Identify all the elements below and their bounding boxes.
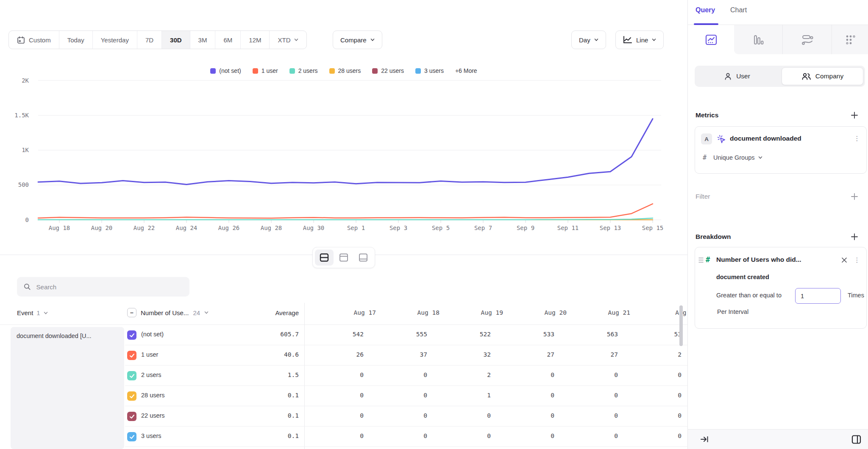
series-count: 24 <box>193 309 200 316</box>
series-checkbox[interactable] <box>127 391 136 401</box>
series-checkbox[interactable] <box>127 351 136 360</box>
close-icon[interactable] <box>840 256 849 264</box>
series-checkbox[interactable] <box>127 330 136 340</box>
range-button-today[interactable]: Today <box>59 31 93 49</box>
drag-handle-icon[interactable] <box>698 257 704 263</box>
line-chart-icon <box>623 36 632 44</box>
series-value: 26 <box>324 351 388 358</box>
breakdown-per-interval-label[interactable]: Per Interval <box>717 308 748 315</box>
series-label[interactable]: 2 users <box>141 371 161 378</box>
chart-type-dropdown[interactable]: Line <box>615 30 664 49</box>
add-metric-button[interactable] <box>849 110 860 120</box>
plus-icon <box>851 111 858 119</box>
series-value: 37 <box>388 351 451 358</box>
range-button-3m[interactable]: 3M <box>190 31 216 49</box>
series-checkbox[interactable] <box>127 432 136 441</box>
breakdown-card[interactable]: # Number of Users who did... ⋮ document … <box>695 247 867 329</box>
breakdown-kebab-menu-icon[interactable]: ⋮ <box>853 255 861 265</box>
legend-more[interactable]: +6 More <box>455 67 477 74</box>
legend-item[interactable]: 3 users <box>415 67 444 74</box>
series-value: 563 <box>579 331 642 338</box>
breakdown-title[interactable]: Number of Users who did... <box>716 256 801 263</box>
series-label[interactable]: (not set) <box>141 331 164 338</box>
toggle-user[interactable]: User <box>695 66 779 87</box>
metric-title[interactable]: document downloaded <box>730 135 801 142</box>
breakdown-value-input[interactable] <box>795 288 841 304</box>
series-label[interactable]: 1 user <box>141 351 158 358</box>
event-column-header[interactable]: Event 1 <box>17 309 48 316</box>
layout-chart-only-icon[interactable] <box>334 249 353 266</box>
range-button-12m[interactable]: 12M <box>241 31 270 49</box>
series-value: 0 <box>642 371 687 378</box>
series-label[interactable]: 3 users <box>141 432 161 439</box>
series-label[interactable]: 28 users <box>141 392 165 399</box>
legend-item[interactable]: 28 users <box>329 67 361 74</box>
add-breakdown-button[interactable] <box>849 232 860 242</box>
tab-bar-chart-icon[interactable] <box>734 25 782 54</box>
collapse-panel-icon[interactable] <box>700 435 709 444</box>
svg-text:Sep 7: Sep 7 <box>474 224 492 231</box>
series-value: 0 <box>515 371 579 378</box>
series-average: 0.1 <box>235 392 299 399</box>
select-all-checkbox[interactable]: – <box>127 308 136 317</box>
average-column-header: Average <box>235 309 299 316</box>
table-row: 1 user40.626373227272 <box>125 345 687 366</box>
metric-card[interactable]: A document downloaded ⋮ # Unique Groups <box>695 126 867 174</box>
svg-text:Aug 22: Aug 22 <box>134 224 155 231</box>
layout-split-view-icon[interactable] <box>315 249 334 266</box>
add-filter-button[interactable] <box>849 191 860 202</box>
panel-right-icon[interactable] <box>851 434 862 445</box>
series-checkbox[interactable] <box>127 371 136 380</box>
breakdown-heading: Breakdown <box>696 233 731 241</box>
range-button-7d[interactable]: 7D <box>137 31 162 49</box>
legend-label: 2 users <box>298 67 318 74</box>
series-value: 0 <box>642 412 687 419</box>
metric-letter-badge: A <box>701 133 712 144</box>
series-average: 0.1 <box>235 412 299 419</box>
measure-dropdown[interactable]: Unique Groups <box>713 154 762 161</box>
legend-swatch <box>289 68 295 74</box>
breakdown-event-name[interactable]: document created <box>716 274 769 280</box>
series-value: 0 <box>388 432 451 439</box>
table-search[interactable] <box>17 277 189 297</box>
plus-icon <box>851 233 858 241</box>
range-button-xtd[interactable]: XTD <box>270 31 306 49</box>
tab-query[interactable]: Query <box>696 6 715 14</box>
table-row: 28 users0.1001000 <box>125 386 687 406</box>
series-value: 27 <box>579 351 642 358</box>
interval-dropdown[interactable]: Day <box>571 30 606 49</box>
search-input[interactable] <box>36 283 183 291</box>
series-checkbox[interactable] <box>127 412 136 421</box>
event-group-cell[interactable]: document downloaded [U... <box>11 327 124 449</box>
range-button-30d[interactable]: 30D <box>162 31 190 49</box>
layout-table-only-icon[interactable] <box>354 249 373 266</box>
legend-item[interactable]: 22 users <box>372 67 404 74</box>
legend-item[interactable]: (not set) <box>210 67 241 74</box>
tab-chart[interactable]: Chart <box>730 6 747 14</box>
range-button-custom[interactable]: Custom <box>9 31 59 49</box>
tab-journeys-icon[interactable] <box>782 25 832 54</box>
breakdown-condition-label[interactable]: Greater than or equal to <box>716 292 782 299</box>
person-icon <box>724 72 732 80</box>
table-scrollbar[interactable] <box>679 305 683 346</box>
date-column-header: Aug 17 <box>324 309 388 316</box>
range-label: Yesterday <box>101 36 129 44</box>
range-button-6m[interactable]: 6M <box>215 31 241 49</box>
series-value: 0 <box>515 392 579 399</box>
metric-kebab-menu-icon[interactable]: ⋮ <box>853 133 861 144</box>
toggle-company[interactable]: Company <box>782 67 863 85</box>
series-value: 2 <box>451 371 515 378</box>
legend-label: 28 users <box>338 67 361 74</box>
toggle-company-label: Company <box>815 72 843 80</box>
compare-button[interactable]: Compare <box>333 30 382 49</box>
series-label[interactable]: 22 users <box>141 412 165 419</box>
legend-item[interactable]: 1 user <box>253 67 278 74</box>
range-label: 3M <box>198 36 207 44</box>
tab-line-chart-icon[interactable] <box>688 25 734 54</box>
series-value: 2 <box>642 351 687 358</box>
line-chart-canvas[interactable]: 05001K1.5K2KAug 18Aug 20Aug 22Aug 24Aug … <box>0 76 687 237</box>
legend-item[interactable]: 2 users <box>289 67 318 74</box>
tab-grid-dots-icon[interactable] <box>832 25 868 54</box>
series-column-header[interactable]: – Number of Use... 24 <box>127 308 209 317</box>
range-button-yesterday[interactable]: Yesterday <box>93 31 137 49</box>
